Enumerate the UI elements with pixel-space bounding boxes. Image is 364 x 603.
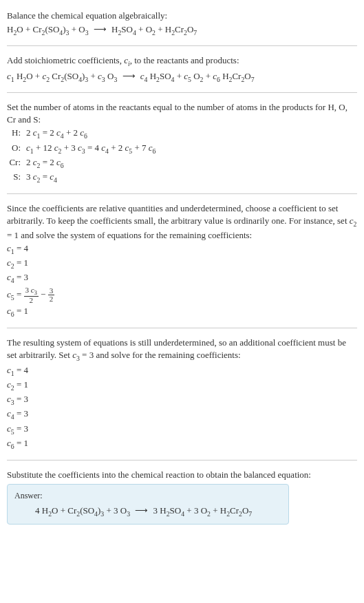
table-row: O: c1 + 12 c2 + 3 c3 = 4 c4 + 2 c5 + 7 c…: [7, 142, 357, 156]
coeff-c4: c4 = 3: [7, 271, 357, 285]
balance-title-text: Balance the chemical equation algebraica…: [7, 10, 357, 22]
coeff-c3: c3 = 3: [7, 393, 357, 407]
answer-title: Substitute the coefficients into the che…: [7, 469, 357, 481]
divider: [7, 45, 357, 46]
section-balance-title: Balance the chemical equation algebraica…: [7, 6, 357, 41]
solve1-title-pre: Since the coefficients are relative quan…: [7, 203, 350, 226]
solve1-title-post: and solve the system of equations for th…: [19, 230, 252, 240]
table-row: Cr: 2 c2 = 2 c6: [7, 156, 357, 170]
minus: −: [41, 289, 48, 299]
coeff-equation: c1 H2O + c2 Cr2(SO4)3 + c3 O3 ⟶ c4 H2SO4…: [7, 70, 357, 84]
coeff-c1: c1 = 4: [7, 364, 357, 378]
solve2-title: The resulting system of equations is sti…: [7, 337, 357, 363]
answer-lhs: 4 H2O + Cr2(SO4)3 + 3 O3: [35, 505, 130, 516]
solve2-title-var: c3 = 3: [72, 350, 94, 360]
section-solve2: The resulting system of equations is sti…: [7, 332, 357, 456]
divider: [7, 92, 357, 93]
stoich-title-post: , to the reactants and products:: [130, 55, 239, 65]
eq2-rhs: c4 H2SO4 + c5 O2 + c6 H2Cr2O7: [140, 71, 255, 81]
eq2-lhs: c1 H2O + c2 Cr2(SO4)3 + c3 O3: [7, 71, 117, 81]
section-atom-balance: Set the number of atoms in the reactants…: [7, 97, 357, 189]
answer-rhs: 3 H2SO4 + 3 O2 + H2Cr2O7: [153, 505, 253, 516]
solve1-title: Since the coefficients are relative quan…: [7, 202, 357, 242]
element-eq-h: 2 c1 = 2 c4 + 2 c6: [26, 127, 87, 140]
table-row: H: 2 c1 = 2 c4 + 2 c6: [7, 127, 357, 140]
section-solve1: Since the coefficients are relative quan…: [7, 198, 357, 324]
solve2-title-post: and solve for the remaining coefficients…: [94, 350, 240, 360]
section-answer: Substitute the coefficients into the che…: [7, 465, 357, 529]
divider: [7, 328, 357, 328]
coeff-c6: c6 = 1: [7, 437, 357, 451]
atom-balance-title: Set the number of atoms in the reactants…: [7, 101, 357, 126]
element-eq-cr: 2 c2 = 2 c6: [26, 156, 64, 170]
coeff-c1: c1 = 4: [7, 242, 357, 256]
coeff-c4: c4 = 3: [7, 408, 357, 421]
eq1-rhs: H2SO4 + O2 + H2Cr2O7: [111, 24, 197, 34]
element-label-h: H:: [7, 127, 26, 140]
element-label-cr: Cr:: [7, 156, 26, 170]
fraction: 32: [48, 287, 55, 303]
table-row: S: 3 c2 = c4: [7, 171, 357, 184]
answer-box: Answer: 4 H2O + Cr2(SO4)3 + 3 O3 ⟶ 3 H2S…: [7, 484, 289, 525]
element-eq-o: c1 + 12 c2 + 3 c3 = 4 c4 + 2 c5 + 7 c6: [26, 142, 156, 156]
stoich-title-var: ci: [124, 55, 130, 65]
arrow-icon: ⟶: [94, 23, 107, 36]
section-stoich: Add stoichiometric coefficients, ci, to …: [7, 50, 357, 87]
coeff-c2: c2 = 1: [7, 257, 357, 271]
element-label-o: O:: [7, 142, 26, 156]
balanced-equation: 4 H2O + Cr2(SO4)3 + 3 O3 ⟶ 3 H2SO4 + 3 O…: [14, 505, 281, 518]
stoich-title: Add stoichiometric coefficients, ci, to …: [7, 54, 357, 68]
arrow-icon: ⟶: [122, 70, 136, 83]
coeff-c5: c5 = 3 c32 − 32: [7, 286, 357, 305]
answer-label: Answer:: [14, 490, 281, 502]
unbalanced-equation: H2O + Cr2(SO4)3 + O3 ⟶ H2SO4 + O2 + H2Cr…: [7, 23, 357, 37]
coeff-c2: c2 = 1: [7, 379, 357, 392]
element-eq-s: 3 c2 = c4: [26, 171, 57, 184]
fraction: 3 c32: [24, 286, 39, 305]
divider: [7, 460, 357, 461]
divider: [7, 193, 357, 194]
element-label-s: S:: [7, 171, 26, 184]
arrow-icon: ⟶: [135, 505, 148, 517]
eq1-lhs: H2O + Cr2(SO4)3 + O3: [7, 24, 89, 34]
coeff-c5: c5 = 3: [7, 423, 357, 436]
stoich-title-pre: Add stoichiometric coefficients,: [7, 55, 124, 65]
coeff-c6: c6 = 1: [7, 305, 357, 319]
